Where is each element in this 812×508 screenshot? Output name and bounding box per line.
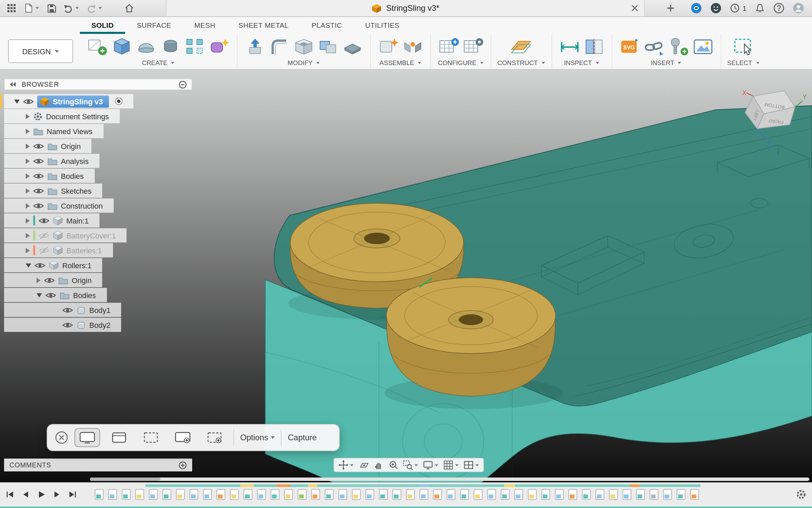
expand-arrow-icon[interactable] — [14, 99, 20, 103]
shell-icon[interactable] — [292, 37, 315, 57]
capture-window-button[interactable] — [106, 428, 132, 447]
capture-entire-screen-button[interactable] — [74, 428, 100, 447]
timeline-feature[interactable] — [352, 489, 361, 500]
timeline-feature[interactable] — [135, 489, 144, 500]
visibility-eye-icon[interactable] — [39, 216, 49, 225]
record-selection-button[interactable] — [202, 428, 227, 447]
capture-selection-button[interactable] — [138, 428, 164, 447]
display-toggle-icon[interactable] — [179, 80, 187, 88]
timeline-feature[interactable] — [230, 489, 239, 500]
job-status-icon[interactable] — [691, 3, 702, 14]
go-to-start-icon[interactable] — [5, 490, 15, 499]
look-at-button[interactable] — [359, 460, 369, 470]
timeline-settings-gear-icon[interactable] — [796, 489, 807, 500]
clock-icon[interactable] — [730, 3, 740, 13]
pan-button[interactable] — [374, 460, 384, 470]
sweep-icon[interactable] — [159, 37, 182, 57]
visibility-eye-off-icon[interactable] — [39, 246, 49, 254]
timeline-feature[interactable] — [501, 489, 510, 500]
timeline-feature[interactable] — [582, 489, 591, 500]
tree-item-bodies[interactable]: Bodies — [4, 169, 94, 183]
file-menu-button[interactable] — [24, 3, 39, 13]
timeline-feature[interactable] — [487, 489, 496, 500]
timeline-feature[interactable] — [338, 489, 347, 500]
app-grid-icon[interactable] — [7, 3, 16, 13]
tree-item-batterycover-1[interactable]: BatteryCover:1 — [4, 228, 127, 242]
new-component-icon[interactable] — [377, 37, 400, 57]
timeline-feature[interactable] — [189, 489, 198, 500]
tree-item-body2[interactable]: Body2 — [4, 318, 121, 332]
insert-menu[interactable]: INSERT — [651, 59, 682, 67]
create-menu[interactable]: CREATE — [142, 59, 175, 67]
tree-item-main-1[interactable]: Main:1 — [4, 213, 99, 228]
document-tab[interactable]: StringSling v3* — [166, 0, 645, 16]
capture-button[interactable]: Capture — [288, 433, 317, 442]
visibility-eye-icon[interactable] — [33, 157, 44, 165]
timeline-feature[interactable] — [271, 489, 279, 500]
timeline-feature[interactable] — [122, 489, 131, 500]
timeline-feature[interactable] — [663, 489, 672, 500]
joint-icon[interactable] — [401, 37, 424, 57]
visibility-eye-icon[interactable] — [35, 261, 45, 269]
tab-solid[interactable]: SOLID — [80, 17, 125, 34]
tree-item-batteries-1[interactable]: Batteries:1 — [4, 243, 113, 257]
timeline-feature[interactable] — [244, 489, 252, 500]
tree-item-body1[interactable]: Body1 — [4, 303, 121, 317]
tab-plastic[interactable]: PLASTIC — [300, 17, 354, 34]
expand-arrow-icon[interactable] — [26, 143, 30, 149]
add-comment-icon[interactable] — [179, 461, 187, 469]
undo-button[interactable] — [64, 3, 79, 13]
activate-radio-button[interactable] — [115, 98, 122, 105]
go-to-end-icon[interactable] — [68, 490, 77, 499]
expand-arrow-icon[interactable] — [26, 113, 30, 119]
timeline-feature[interactable] — [636, 489, 645, 500]
timeline-feature[interactable] — [447, 489, 455, 500]
combine-icon[interactable] — [317, 37, 340, 57]
timeline-feature[interactable] — [392, 489, 401, 500]
visibility-eye-icon[interactable] — [23, 97, 34, 105]
expand-arrow-icon[interactable] — [26, 158, 30, 164]
section-analysis-icon[interactable] — [582, 37, 605, 57]
expand-arrow-icon[interactable] — [26, 173, 30, 178]
visibility-eye-icon[interactable] — [62, 306, 73, 314]
select-menu[interactable]: SELECT — [727, 59, 760, 67]
visibility-eye-icon[interactable] — [33, 202, 44, 210]
insert-derive-icon[interactable] — [642, 37, 666, 57]
timeline-feature[interactable] — [460, 489, 469, 500]
redo-button[interactable] — [87, 3, 102, 13]
timeline-feature[interactable] — [433, 489, 442, 500]
tree-item-analysis[interactable]: Analysis — [4, 154, 99, 168]
timeline-feature[interactable] — [176, 489, 185, 500]
model-roller-2[interactable] — [386, 278, 556, 396]
create-sketch-icon[interactable] — [86, 37, 109, 57]
modify-menu[interactable]: MODIFY — [288, 59, 320, 67]
timeline-feature[interactable] — [257, 489, 266, 500]
timeline-feature[interactable] — [514, 489, 523, 500]
timeline-feature[interactable] — [162, 489, 171, 500]
tree-item-root[interactable]: StringSling v3 — [4, 94, 133, 108]
visibility-eye-off-icon[interactable] — [39, 231, 49, 239]
timeline-feature[interactable] — [609, 489, 618, 500]
configure-menu[interactable]: CONFIGURE — [438, 59, 484, 67]
expand-arrow-icon[interactable] — [26, 188, 30, 193]
visibility-eye-icon[interactable] — [33, 187, 44, 195]
notifications-bell-icon[interactable] — [755, 3, 765, 13]
orbit-button[interactable] — [339, 460, 354, 470]
configure-icon[interactable] — [437, 37, 460, 57]
timeline-feature[interactable] — [568, 489, 577, 500]
capture-close-icon[interactable] — [55, 431, 68, 444]
tree-item-construction[interactable]: Construction — [4, 198, 114, 213]
visibility-eye-icon[interactable] — [33, 142, 44, 150]
step-back-icon[interactable] — [21, 490, 30, 499]
tree-item-rollers-bodies[interactable]: Bodies — [4, 288, 107, 302]
grid-snaps-button[interactable] — [443, 460, 459, 470]
save-icon[interactable] — [47, 3, 56, 13]
visibility-eye-icon[interactable] — [44, 276, 55, 284]
press-pull-icon[interactable] — [244, 37, 267, 57]
timeline-feature[interactable] — [650, 489, 658, 500]
tab-surface[interactable]: SURFACE — [125, 17, 183, 34]
avatar[interactable] — [793, 3, 804, 14]
timeline-feature[interactable] — [365, 489, 374, 500]
timeline-feature[interactable] — [406, 489, 415, 500]
feedback-icon[interactable] — [711, 3, 722, 14]
